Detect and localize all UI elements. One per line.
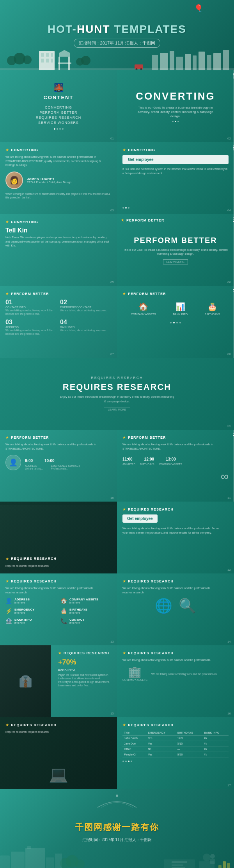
icon-label-item: 🎂 BIRTHDAYSinfo here — [60, 608, 112, 614]
time-category: ANIMATED — [122, 463, 135, 466]
contact-grid: 01 CONTACT INFO We are talking about ach… — [5, 299, 112, 336]
slide-number: 03 — [110, 209, 114, 212]
globe-icon: 🌐 — [155, 598, 172, 614]
contact-item: 03 ADDRESS We are talking about achievin… — [5, 319, 57, 336]
svg-rect-24 — [223, 50, 229, 70]
contact-item: 02 EMERGENCY CONTACT We are talking abou… — [60, 299, 112, 316]
svg-point-27 — [136, 68, 138, 70]
section-tag: ★ REQUIRES RESEARCH — [5, 579, 112, 583]
bank-slide: 👔 ★ REQUIRES RESEARCH +70% BANK INFO Psy… — [0, 645, 117, 717]
icon-label-item: 📞 CONTACTinfo here — [60, 618, 112, 624]
bank-desc: Psyah life is a task and notification sy… — [58, 673, 112, 687]
table-cell: Jane Doe — [122, 741, 146, 747]
globe-icon-area: 🌐 — [155, 598, 172, 614]
star-icon: ★ — [122, 148, 126, 152]
item-title: BIRTHDAYS — [69, 608, 87, 611]
table-cell: 5/15 — [176, 741, 203, 747]
learn-more-button[interactable]: LEARN MORE — [104, 407, 130, 412]
slide-number: 11 — [227, 496, 231, 500]
bridge-icon: 🌉 — [54, 83, 64, 92]
slide-number: 01 — [110, 137, 114, 140]
svg-rect-20 — [193, 55, 197, 70]
avatar-info: JAMES TOUREY CEO & Founder / Chief, Area… — [27, 177, 71, 184]
time-label: 12:00 — [144, 457, 154, 461]
icon-label-item: 🏠 COMPANY ASSETSinfo here — [60, 598, 112, 604]
svg-rect-32 — [25, 848, 45, 868]
list-item: SERVICE WONDERS — [36, 121, 82, 125]
svg-rect-23 — [213, 53, 221, 70]
svg-point-2 — [23, 55, 32, 64]
body-text: requires research requires research — [5, 730, 103, 734]
contact-desc: We are talking about achieving, empower. — [60, 309, 112, 312]
item-info: info here — [69, 611, 87, 614]
star-icon: ★ — [5, 557, 9, 561]
tag-text: CONVERTING — [128, 148, 155, 152]
converting-desc: This is our Goal: To create a business b… — [133, 105, 218, 119]
item-info: info here — [14, 611, 35, 614]
slide-number: 06 — [227, 280, 231, 284]
svg-rect-19 — [185, 54, 191, 70]
globe-area: 🌐 🔍 — [122, 598, 229, 614]
contact-label: CONTACT INFO — [5, 306, 57, 309]
company-icon: 🏢 — [122, 666, 147, 679]
section-tag: ★ REQUIRES RESEARCH — [122, 651, 229, 655]
learn-more-button[interactable]: LEARN MORE — [163, 259, 188, 264]
dots-indicator — [122, 204, 229, 209]
get-employee-slide: ★ CONVERTING Get employee It is a task a… — [117, 142, 234, 214]
table-cell: ## — [202, 747, 229, 752]
svg-rect-45 — [218, 865, 222, 868]
svg-rect-34 — [46, 857, 54, 868]
requires-right-slide: ★ REQUIRES RESEARCH We are talking about… — [117, 573, 234, 645]
section-eleven: ★ REQUIRES RESEARCH requires research re… — [0, 717, 234, 789]
get-employee-button[interactable]: Get employee — [122, 514, 158, 523]
icon-item: 🎂 BIRTHDAYS — [205, 302, 220, 316]
bank-label: BANK INFO — [58, 668, 112, 672]
section-tag: ★ PERFORM BETTER — [5, 435, 112, 439]
body-text: We are talking about achieving work & li… — [5, 443, 112, 451]
star-icon: ★ — [5, 291, 9, 296]
tag-text: PERFORM BETTER — [11, 292, 49, 296]
perform-better-title: PERFORM BETTER — [134, 236, 217, 245]
get-employee-button[interactable]: Get employee — [122, 155, 229, 164]
right-description: It is a task and notification system in … — [122, 167, 229, 175]
table-cell: ## — [202, 741, 229, 747]
svg-rect-4 — [41, 53, 44, 57]
contact-slide: ★ PERFORM BETTER 01 CONTACT INFO We are … — [0, 286, 117, 358]
svg-rect-7 — [41, 59, 44, 63]
star-icon: ★ — [5, 435, 9, 439]
slide-number: 17 — [227, 784, 231, 787]
svg-point-28 — [140, 68, 142, 70]
table-cell: ## — [202, 752, 229, 757]
svg-rect-16 — [160, 53, 168, 70]
body-text: We are talking about achieving work & li… — [122, 527, 220, 535]
employee-info-slide: ★ REQUIRES RESEARCH Get employee We are … — [117, 502, 234, 573]
star-icon: ★ — [122, 723, 126, 727]
slide-number: 09 — [227, 424, 231, 428]
svg-rect-25 — [0, 68, 234, 70]
time-label: 13:00 — [166, 457, 176, 461]
tag-text: REQUIRES RESEARCH — [11, 723, 57, 727]
table-row: People Of Yes 9/20 ## — [122, 752, 229, 757]
footer-sub-text: 汇报时间：2017年 11月 汇报人：千图网 — [82, 837, 152, 843]
data-table-slide: ★ REQUIRES RESEARCH Title EMERGENCY BIRT… — [117, 717, 234, 789]
svg-rect-6 — [51, 53, 53, 57]
section-label: REQUIRES RESEARCH — [91, 376, 143, 380]
time-category: BIRTHDAYS — [140, 463, 154, 466]
tag-text: REQUIRES RESEARCH — [64, 651, 109, 655]
avatar-area: 👩 JAMES TOUREY CEO & Founder / Chief, Ar… — [5, 171, 112, 189]
table-cell: Yes — [146, 736, 176, 741]
balloon-icon: 🎈 — [194, 4, 203, 13]
company-assets-slide: ★ REQUIRES RESEARCH We are talking about… — [117, 645, 234, 717]
icons-row: 🏠 COMPANY ASSETS 📊 BANK INFO 🎂 BIRTHDAYS — [122, 302, 229, 316]
contact-desc: We are talking about achieving work & li… — [5, 329, 57, 336]
item-title: EMERGENCY — [14, 608, 35, 611]
tag-text: REQUIRES RESEARCH — [128, 507, 174, 511]
slide-number: 13 — [110, 640, 114, 643]
alert-icon: ⚡ — [5, 608, 12, 614]
icon-label: BANK INFO — [173, 313, 188, 316]
laptop-icon: 💻 — [49, 765, 68, 784]
profile-icon: 👤 — [5, 455, 21, 470]
icon-item: 🏠 COMPANY ASSETS — [131, 302, 156, 316]
svg-rect-9 — [51, 59, 53, 63]
laptop-slide: ★ REQUIRES RESEARCH requires research re… — [0, 717, 117, 789]
